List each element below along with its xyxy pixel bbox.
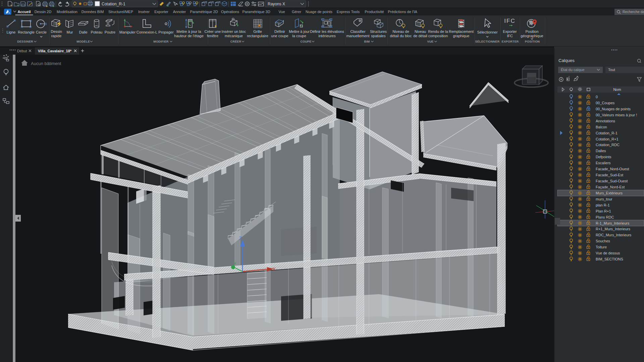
svg-text:Facade_Sud-Est: Facade_Sud-Est xyxy=(596,173,623,177)
svg-text:Gérer: Gérer xyxy=(292,10,301,14)
svg-text:plan R-1: plan R-1 xyxy=(596,203,610,207)
svg-text:rectangulaire: rectangulaire xyxy=(247,34,268,38)
svg-text:Grille: Grille xyxy=(253,29,262,34)
svg-text:Defpoints: Defpoints xyxy=(596,155,611,159)
svg-text:Poutre: Poutre xyxy=(105,30,115,34)
svg-text:Rendu de la: Rendu de la xyxy=(428,29,448,34)
svg-text:POSITION: POSITION xyxy=(525,40,540,43)
svg-text:la coupe: la coupe xyxy=(292,34,306,38)
svg-text:de détail: de détail xyxy=(413,34,427,38)
svg-text:00_Nuages de points: 00_Nuages de points xyxy=(596,107,631,111)
svg-text:Exporter: Exporter xyxy=(154,10,168,14)
svg-text:hauteur de l'étage: hauteur de l'étage xyxy=(174,34,204,38)
svg-text:mécanique: mécanique xyxy=(225,34,243,38)
svg-text:fenêtre: fenêtre xyxy=(207,34,218,38)
svg-text:Facade_Nord-Ouest: Facade_Nord-Ouest xyxy=(596,167,629,171)
svg-text:Facade_Sud-Ouest: Facade_Sud-Ouest xyxy=(596,179,628,183)
svg-text:VUE: VUE xyxy=(427,40,433,43)
svg-text:Connexion-L: Connexion-L xyxy=(137,30,157,34)
svg-text:Villa_Cavalaire_18*: Villa_Cavalaire_18* xyxy=(38,49,72,53)
svg-text:Dalles: Dalles xyxy=(596,149,606,153)
svg-text:BIM_SECTIONS: BIM_SECTIONS xyxy=(596,257,623,261)
svg-text:IFC: IFC xyxy=(504,18,515,24)
svg-text:Classifier: Classifier xyxy=(350,29,366,34)
svg-text:R+1_Murs_Interieurs: R+1_Murs_Interieurs xyxy=(596,227,631,231)
svg-text:0: 0 xyxy=(596,95,598,99)
svg-text:Nuage de points: Nuage de points xyxy=(306,10,333,14)
svg-text:COUPE: COUPE xyxy=(300,40,311,43)
svg-text:Murs_Extérieurs: Murs_Extérieurs xyxy=(596,191,623,195)
svg-text:Vue: Vue xyxy=(278,10,285,14)
svg-text:Insérer un bloc: Insérer un bloc xyxy=(222,29,246,34)
svg-text:Tout: Tout xyxy=(608,68,615,72)
svg-text:Exporter: Exporter xyxy=(503,29,517,34)
svg-text:Rectangle: Rectangle xyxy=(18,30,35,34)
svg-text:Annotations: Annotations xyxy=(596,119,615,123)
svg-text:Définir: Définir xyxy=(274,29,285,34)
svg-text:Modélisation: Modélisation xyxy=(57,10,77,14)
svg-text:Nom: Nom xyxy=(613,87,621,92)
svg-text:Cercle: Cercle xyxy=(36,30,47,34)
svg-text:Rayons X: Rayons X xyxy=(268,2,285,6)
svg-text:Dessin: Dessin xyxy=(51,29,62,34)
svg-text:Vue de dessus: Vue de dessus xyxy=(596,251,620,255)
svg-text:Mettre à jour la: Mettre à jour la xyxy=(176,29,201,34)
svg-text:DESSINER: DESSINER xyxy=(17,40,33,43)
svg-text:Y: Y xyxy=(234,261,236,265)
svg-text:État du calque: État du calque xyxy=(561,68,584,72)
svg-text:Z: Z xyxy=(239,235,242,241)
svg-text:Cotation_R-1: Cotation_R-1 xyxy=(596,131,618,135)
svg-text:Remplacement: Remplacement xyxy=(449,29,474,34)
svg-text:Plan R+1: Plan R+1 xyxy=(596,209,611,213)
svg-text:Structures: Structures xyxy=(370,29,387,34)
svg-text:Express Tools: Express Tools xyxy=(337,10,360,14)
svg-text:Paramétrique 2D: Paramétrique 2D xyxy=(190,10,218,14)
svg-text:Plans RDC: Plans RDC xyxy=(596,215,614,219)
svg-text:Définir les élévations: Définir les élévations xyxy=(310,29,344,34)
svg-text:CRÉER: CRÉER xyxy=(230,40,241,43)
svg-text:Mur: Mur xyxy=(67,30,73,34)
svg-text:spatiales: spatiales xyxy=(371,34,386,38)
svg-text:Insérer: Insérer xyxy=(138,10,150,14)
svg-text:Créer une: Créer une xyxy=(205,29,221,34)
svg-text:Souches: Souches xyxy=(596,239,610,243)
svg-text:Cotation_RDC: Cotation_RDC xyxy=(596,143,620,147)
svg-text:BIM: BIM xyxy=(364,40,370,43)
svg-text:rapide: rapide xyxy=(51,34,62,38)
svg-text:Niveau de: Niveau de xyxy=(392,29,409,34)
svg-text:Structurel/MEP: Structurel/MEP xyxy=(108,10,133,14)
svg-text:R-1_Murs_Interieurs: R-1_Murs_Interieurs xyxy=(596,221,630,225)
svg-text:Façade_Nord-Est: Façade_Nord-Est xyxy=(596,185,625,189)
svg-text:Cotation_R-1: Cotation_R-1 xyxy=(102,2,125,6)
svg-text:composition: composition xyxy=(428,34,448,38)
svg-text:intérieures: intérieures xyxy=(318,34,336,38)
svg-text:Toiture: Toiture xyxy=(596,245,607,249)
svg-text:Dessin 2D: Dessin 2D xyxy=(35,10,52,14)
svg-text:graphique: graphique xyxy=(453,34,470,38)
svg-text:Propager: Propager xyxy=(158,30,174,34)
svg-text:Poteau: Poteau xyxy=(91,30,103,34)
svg-text:Balcon: Balcon xyxy=(596,125,607,129)
svg-text:géographique: géographique xyxy=(521,34,543,38)
svg-text:Recherche dan: Recherche dan xyxy=(623,10,644,14)
svg-text:Annoter: Annoter xyxy=(173,10,186,14)
svg-text:Début: Début xyxy=(17,49,27,53)
svg-text:Dalle: Dalle xyxy=(79,30,87,34)
svg-text:Escaliers: Escaliers xyxy=(596,161,611,165)
svg-text:détail du bloc: détail du bloc xyxy=(390,34,412,38)
svg-text:MODÈLE: MODÈLE xyxy=(76,40,90,43)
svg-text:00_Coupes: 00_Coupes xyxy=(596,101,615,105)
svg-text:Position: Position xyxy=(525,29,538,34)
svg-text:manuellement: manuellement xyxy=(346,34,369,38)
svg-text:Manipuler: Manipuler xyxy=(119,30,136,34)
svg-text:Productivité: Productivité xyxy=(365,10,384,14)
svg-text:00_Valeurs mises à jour !: 00_Valeurs mises à jour ! xyxy=(596,113,637,117)
svg-text:Cotation_R+1: Cotation_R+1 xyxy=(596,137,619,141)
svg-text:murs_tour: murs_tour xyxy=(596,197,612,201)
svg-text:Niveau: Niveau xyxy=(415,29,426,34)
svg-text:Aucun bâtiment: Aucun bâtiment xyxy=(31,61,61,66)
svg-text:IFC: IFC xyxy=(507,34,513,38)
svg-text:MODIFIER: MODIFIER xyxy=(153,40,169,43)
svg-text:Opérations: Opérations xyxy=(221,10,239,14)
svg-text:une coupe: une coupe xyxy=(271,34,288,38)
